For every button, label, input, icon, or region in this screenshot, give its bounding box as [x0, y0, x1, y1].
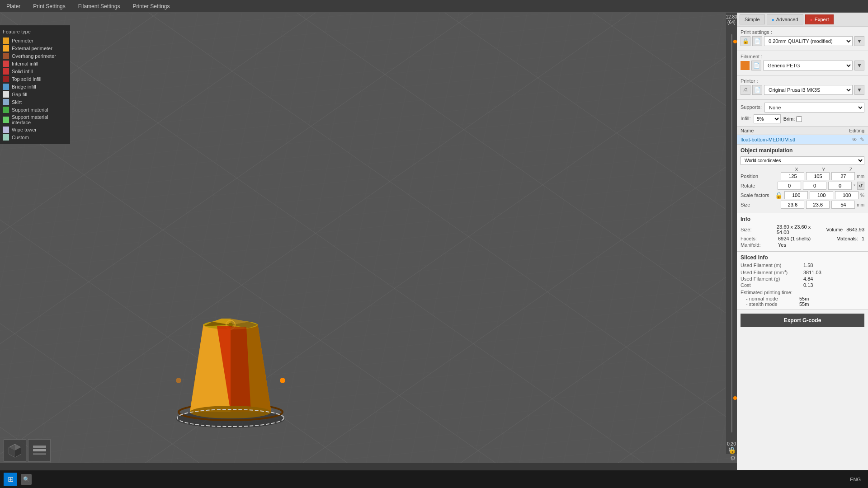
filament-mm3-row: Used Filament (mm3) 3811.03: [741, 269, 864, 275]
filament-dropdown[interactable]: Generic PETG: [763, 61, 853, 70]
print-time-label: Estimated printing time:: [741, 290, 864, 295]
filament-mm3-val: 3811.03: [803, 270, 821, 275]
menu-bar: Plater Print Settings Filament Settings …: [0, 0, 868, 13]
rotate-x-input[interactable]: [778, 182, 801, 190]
export-gcode-button[interactable]: Export G-code: [741, 314, 864, 327]
start-button[interactable]: ⊞: [4, 473, 17, 486]
object-list: Name Editing float-bottom-MEDIUM.stl 👁 ✎: [737, 127, 868, 145]
svg-point-10: [280, 378, 285, 383]
slider-track[interactable]: [731, 34, 732, 432]
cost-val: 0.13: [803, 282, 813, 288]
layers-icon: [32, 443, 47, 459]
svg-rect-16: [33, 446, 46, 448]
slider-settings-icon[interactable]: ⚙: [730, 455, 736, 462]
simple-mode-button[interactable]: Simple: [740, 14, 765, 24]
normal-mode-label: - normal mode: [746, 296, 796, 301]
size-y-input[interactable]: [806, 201, 830, 209]
coordinates-dropdown[interactable]: World coordinates: [741, 156, 864, 165]
legend-item-internal-infill: Internal infill: [3, 61, 67, 67]
scale-z-input[interactable]: [835, 191, 859, 199]
object-list-row[interactable]: float-bottom-MEDIUM.stl 👁 ✎: [737, 135, 868, 144]
filament-g-label: Used Filament (g): [741, 276, 802, 282]
position-row: Position mm: [741, 172, 864, 180]
supports-infill-section: Supports: None Infill: 5% Brim:: [737, 100, 868, 127]
editing-column-header: Editing: [849, 128, 864, 133]
supports-row: Supports: None: [741, 103, 864, 113]
object-manipulation-title: Object manipulation: [741, 147, 864, 154]
menu-item-plater[interactable]: Plater: [4, 2, 23, 10]
print-settings-dropdown[interactable]: 0.20mm QUALITY (modified): [764, 36, 853, 46]
legend-item-overhang-perimeter: Overhang perimeter: [3, 53, 67, 59]
visibility-icon[interactable]: 👁: [852, 136, 857, 143]
rotate-z-input[interactable]: [828, 182, 852, 190]
filament-icon[interactable]: 📄: [751, 61, 761, 70]
size-z-input[interactable]: [831, 201, 855, 209]
slider-lock-icon[interactable]: 🔒: [728, 446, 736, 454]
volume-val: 8643.93: [846, 227, 864, 232]
size-info-val: 23.60 x 23.60 x 54.00: [777, 224, 823, 235]
3d-object[interactable]: [167, 297, 294, 434]
slider-top-handle[interactable]: [733, 40, 737, 43]
position-z-input[interactable]: [831, 172, 855, 180]
print-settings-icon[interactable]: 📄: [752, 36, 762, 46]
xyz-label-row: X Y Z: [741, 167, 864, 172]
svg-point-11: [176, 378, 181, 383]
viewport-3d[interactable]: 12.80 (64) 0.20 (1) 🔒 ⚙: [0, 13, 737, 488]
infill-dropdown[interactable]: 5%: [754, 114, 781, 123]
position-y-input[interactable]: [806, 172, 830, 180]
printer-dropdown[interactable]: Original Prusa i3 MK3S: [764, 85, 853, 95]
scale-x-input[interactable]: [784, 191, 808, 199]
supports-dropdown[interactable]: None: [764, 103, 864, 113]
name-column-header: Name: [741, 128, 849, 133]
menu-item-print-settings[interactable]: Print Settings: [30, 2, 68, 10]
filament-label: Filament :: [741, 54, 864, 59]
brim-check: Brim:: [783, 116, 802, 122]
grid-background: [0, 13, 737, 488]
volume-label: Volume: [826, 227, 843, 232]
rotate-y-input[interactable]: [803, 182, 826, 190]
printer-label: Printer :: [741, 78, 864, 84]
scale-y-input[interactable]: [810, 191, 833, 199]
menu-item-filament-settings[interactable]: Filament Settings: [75, 2, 123, 10]
menu-item-printer-settings[interactable]: Printer Settings: [130, 2, 172, 10]
manifold-label: Manifold:: [741, 242, 774, 248]
filament-row: 📄 Generic PETG ▼: [741, 61, 864, 70]
search-icon[interactable]: 🔍: [21, 474, 32, 485]
height-slider[interactable]: 12.80 (64) 0.20 (1): [726, 13, 737, 454]
printer-icon[interactable]: 🖨: [741, 85, 750, 95]
filament-m-val: 1.58: [803, 263, 813, 268]
filament-mm3-label: Used Filament (mm3): [741, 269, 802, 275]
print-settings-arrow-icon[interactable]: ▼: [854, 36, 864, 46]
print-settings-lock-icon[interactable]: 🔒: [741, 36, 750, 46]
sliced-info-title: Sliced Info: [741, 254, 864, 261]
brim-checkbox[interactable]: [796, 116, 802, 122]
edit-icon[interactable]: ✎: [860, 136, 864, 143]
scale-row: Scale factors 🔒 %: [741, 191, 864, 199]
position-x-input[interactable]: [781, 172, 804, 180]
position-label: Position: [741, 174, 779, 179]
rotate-label: Rotate: [741, 183, 776, 188]
manifold-info-row: Manifold: Yes: [741, 242, 864, 248]
normal-mode-val: 55m: [799, 296, 809, 301]
rotate-reset-button[interactable]: ↺: [857, 182, 864, 190]
slider-bottom-handle[interactable]: [733, 396, 737, 400]
filament-color-swatch[interactable]: [741, 61, 750, 70]
filament-arrow-icon[interactable]: ▼: [854, 61, 864, 70]
legend-title: Feature type: [3, 29, 67, 34]
size-x-input[interactable]: [781, 201, 804, 209]
scale-lock-icon[interactable]: 🔒: [775, 192, 783, 199]
info-title: Info: [741, 216, 864, 222]
facets-label: Facets:: [741, 236, 774, 241]
expert-mode-button[interactable]: ● Expert: [805, 14, 834, 24]
right-panel: Simple ● Advanced ● Expert Print setting…: [737, 13, 868, 488]
size-label: Size: [741, 202, 779, 207]
size-info-label: Size:: [741, 227, 773, 232]
filament-g-row: Used Filament (g) 4.84: [741, 276, 864, 282]
advanced-mode-button[interactable]: ● Advanced: [767, 14, 803, 24]
layer-view-button[interactable]: [28, 439, 51, 462]
3d-view-button[interactable]: [4, 439, 26, 462]
printer-arrow-icon[interactable]: ▼: [854, 85, 864, 95]
facets-val: 6924 (1 shells): [778, 236, 811, 241]
printer-row: 🖨 📄 Original Prusa i3 MK3S ▼: [741, 85, 864, 95]
printer-file-icon[interactable]: 📄: [752, 85, 762, 95]
